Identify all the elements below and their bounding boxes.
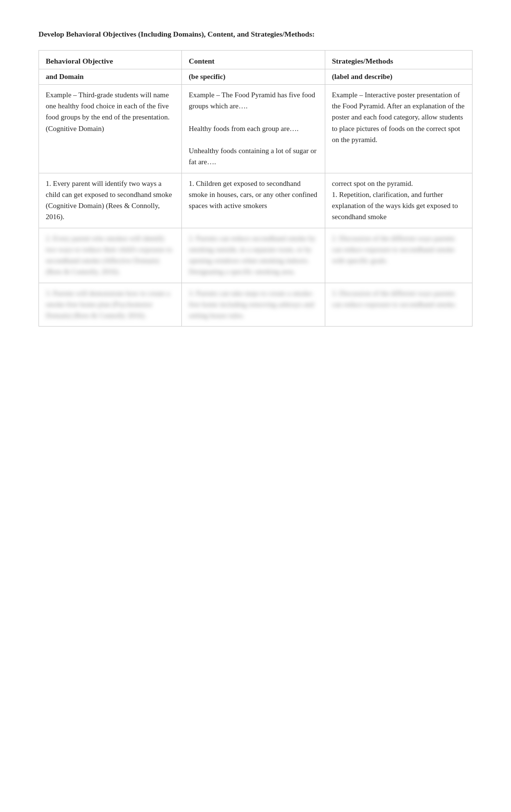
table-row: 2. Every parent who smokes will identify… <box>39 228 473 283</box>
row3-col1-text: 3. Parents will demonstrate how to creat… <box>46 289 170 320</box>
example-col2: Example – The Food Pyramid has five food… <box>182 84 325 173</box>
table-subheader-row: and Domain (be specific) (label and desc… <box>39 69 473 84</box>
row2-col2-text: 2. Parents can reduce secondhand smoke b… <box>189 235 316 276</box>
row1-col3-top-text: correct spot on the pyramid. <box>332 180 413 187</box>
subheader-col1: and Domain <box>39 69 182 84</box>
subheader-col2: (be specific) <box>182 69 325 84</box>
row1-col1-text: 1. Every parent will identify two ways a… <box>46 180 172 221</box>
row1-col3-text: 1. Repetition, clarification, and furthe… <box>332 191 458 221</box>
row2-col3-text: 2. Discussion of the different ways pare… <box>332 235 455 265</box>
row2-col3: 2. Discussion of the different ways pare… <box>325 228 472 283</box>
row3-col3-text: 3. Discussion of the different ways pare… <box>332 289 457 308</box>
page-title: Develop Behavioral Objectives (Including… <box>38 29 473 39</box>
table-row: Example – Third-grade students will name… <box>39 84 473 173</box>
table-header-row: Behavioral Objective Content Strategies/… <box>39 50 473 69</box>
header-col1: Behavioral Objective <box>39 50 182 69</box>
row3-col2: 3. Parents can take steps to create a sm… <box>182 283 325 327</box>
row3-col1: 3. Parents will demonstrate how to creat… <box>39 283 182 327</box>
subheader-col3: (label and describe) <box>325 69 472 84</box>
row1-col2: 1. Children get exposed to secondhand sm… <box>182 173 325 228</box>
example-col3-text: Example – Interactive poster presentatio… <box>332 91 465 144</box>
row2-col2: 2. Parents can reduce secondhand smoke b… <box>182 228 325 283</box>
row3-col2-text: 3. Parents can take steps to create a sm… <box>189 289 314 320</box>
example-col2-text: Example – The Food Pyramid has five food… <box>189 91 316 166</box>
row2-col1-text: 2. Every parent who smokes will identify… <box>46 235 172 276</box>
row1-col1: 1. Every parent will identify two ways a… <box>39 173 182 228</box>
objectives-table: Behavioral Objective Content Strategies/… <box>38 50 473 327</box>
header-col3: Strategies/Methods <box>325 50 472 69</box>
row2-col1: 2. Every parent who smokes will identify… <box>39 228 182 283</box>
table-row: 1. Every parent will identify two ways a… <box>39 173 473 228</box>
example-col3: Example – Interactive poster presentatio… <box>325 84 472 173</box>
example-col1: Example – Third-grade students will name… <box>39 84 182 173</box>
header-col2: Content <box>182 50 325 69</box>
row3-col3: 3. Discussion of the different ways pare… <box>325 283 472 327</box>
table-row: 3. Parents will demonstrate how to creat… <box>39 283 473 327</box>
row1-col3: correct spot on the pyramid. 1. Repetiti… <box>325 173 472 228</box>
example-col1-text: Example – Third-grade students will name… <box>46 91 169 132</box>
row1-col2-text: 1. Children get exposed to secondhand sm… <box>189 180 317 210</box>
